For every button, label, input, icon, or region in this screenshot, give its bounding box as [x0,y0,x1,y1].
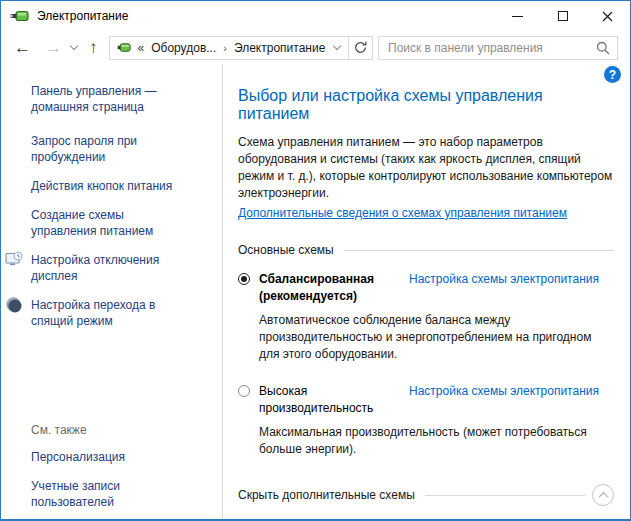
section-divider [344,250,614,251]
see-also-section: См. также Персонализация Учетные записи … [31,423,212,510]
sidebar-item-display-off-settings[interactable]: Настройка отключения дисплея [31,252,181,284]
refresh-button[interactable] [348,37,372,59]
collapse-button[interactable] [592,484,614,506]
close-icon [602,11,613,22]
address-dropdown-button[interactable] [330,43,348,52]
plan-settings-link-high-performance[interactable]: Настройка схемы электропитания [409,383,599,400]
sidebar-item-power-buttons[interactable]: Действия кнопок питания [31,178,181,194]
plan-description: Автоматическое соблюдение баланса между … [259,312,615,363]
sidebar-item-user-accounts[interactable]: Учетные записи пользователей [31,478,181,510]
breadcrumb-separator-icon[interactable]: › [221,42,229,54]
recent-locations-dropdown[interactable] [69,43,82,52]
navigation-toolbar: ← → ↑ « Оборудов... › Электропитание [1,31,630,64]
section-header-main-plans: Основные схемы [238,243,614,257]
sidebar-item-personalization[interactable]: Персонализация [31,449,181,465]
plan-row-balanced: Сбалансированная (рекомендуется) Настрой… [238,271,614,305]
window-title: Электропитание [37,9,495,23]
section-header-hide-additional: Скрыть дополнительные схемы [238,484,614,506]
plan-row-high-performance: Высокая производительность Настройка схе… [238,383,614,417]
forward-button[interactable]: → [38,39,69,56]
sidebar-item-control-panel-home[interactable]: Панель управления — домашняя страница [31,83,181,115]
plan-settings-link-balanced[interactable]: Настройка схемы электропитания [409,271,599,288]
sidebar-item-label: Настройка отключения дисплея [31,253,159,283]
power-plan-icon [115,40,132,55]
sidebar-item-sleep-settings[interactable]: Настройка перехода в спящий режим [31,297,181,329]
titlebar: Электропитание [1,1,630,31]
close-button[interactable] [585,1,630,31]
up-button[interactable]: ↑ [82,39,105,56]
radio-balanced[interactable] [238,273,250,285]
chevron-down-icon [333,42,341,50]
chevron-down-icon [70,42,78,50]
back-button[interactable]: ← [7,39,38,56]
breadcrumb-item-power-options[interactable]: Электропитание [229,41,330,55]
help-button[interactable]: ? [604,66,621,83]
maximize-button[interactable] [540,1,585,31]
sidebar-item-create-power-plan[interactable]: Создание схемы управления питанием [31,207,181,239]
sleep-moon-icon [5,296,23,313]
sidebar-item-label: Настройка перехода в спящий режим [31,298,155,328]
window-controls [495,1,630,31]
intro-text: Схема управления питанием — это набор па… [238,134,616,202]
main-pane: ? Выбор или настройка схемы управления п… [223,64,630,520]
sidebar-item-password-on-wake[interactable]: Запрос пароля при пробуждении [31,133,181,165]
window-content: Панель управления — домашняя страница За… [1,64,630,520]
plan-description: Максимальная производительность (может п… [259,424,615,458]
see-also-header: См. также [31,423,212,437]
breadcrumb-item-hardware[interactable]: Оборудов... [146,41,221,55]
power-options-window: Электропитание ← → ↑ « Оборудов... › Эле… [0,0,631,521]
page-title: Выбор или настройка схемы управления пит… [238,87,614,123]
minimize-button[interactable] [495,1,540,31]
display-clock-icon [5,251,23,268]
minimize-icon [512,16,523,17]
learn-more-link[interactable]: Дополнительные сведения о схемах управле… [238,205,567,222]
plan-name[interactable]: Высокая производительность [259,383,409,417]
chevron-up-icon [598,491,608,501]
section-divider [425,495,585,496]
question-icon: ? [609,68,616,82]
breadcrumb-collapsed-marker[interactable]: « [136,41,147,55]
power-plan-icon [10,7,30,25]
plan-name[interactable]: Сбалансированная (рекомендуется) [259,271,409,305]
section-label: Основные схемы [238,243,334,257]
sidebar: Панель управления — домашняя страница За… [1,64,223,520]
address-bar[interactable]: « Оборудов... › Электропитание [109,36,374,60]
radio-high-performance[interactable] [238,385,250,397]
search-icon[interactable] [596,41,610,55]
section-label: Скрыть дополнительные схемы [238,488,415,502]
search-input[interactable] [386,40,596,56]
refresh-icon [354,41,367,54]
search-box[interactable] [378,36,618,60]
maximize-icon [558,11,568,21]
